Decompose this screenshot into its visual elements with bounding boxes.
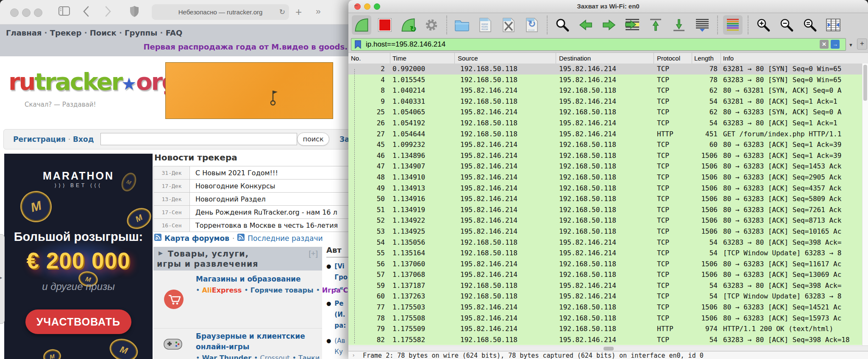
packet-row[interactable]: 60 1.137263 192.168.50.118 195.82.146.21… <box>348 291 868 302</box>
participate-button[interactable]: УЧАСТВОВАТЬ <box>25 309 131 334</box>
news-row[interactable]: 17-Сен День Рождения RuTracker.org - нам… <box>153 206 352 219</box>
resize-columns-icon[interactable] <box>823 15 843 35</box>
zoom-original-icon[interactable] <box>800 15 820 35</box>
stop-capture-icon[interactable] <box>375 15 395 35</box>
zoom-out-icon[interactable] <box>777 15 796 35</box>
site-logo[interactable]: rutracker★org <box>8 70 177 94</box>
column-header-info[interactable]: Info <box>723 55 734 62</box>
news-row[interactable]: 13-Дек Новогодний Раздел <box>153 193 352 206</box>
previous-packet-icon[interactable] <box>576 15 595 35</box>
forum-sublink[interactable]: •Танки <box>292 354 320 359</box>
packet-row[interactable]: 53 1.134925 195.82.146.214 192.168.50.11… <box>348 226 868 237</box>
forum-category-link[interactable]: Магазины и образование <box>196 274 321 284</box>
list-item[interactable]: ● Ре <box>326 298 352 309</box>
save-file-icon[interactable]: 010100110101110 <box>476 15 495 35</box>
close-file-icon[interactable] <box>499 15 518 35</box>
packet-row[interactable]: 45 1.099232 195.82.146.214 192.168.50.11… <box>348 139 868 150</box>
list-item[interactable]: ● (И. <box>326 309 352 320</box>
expand-all-button[interactable]: [+] <box>309 249 318 258</box>
column-header-source[interactable]: Source <box>458 55 478 62</box>
column-header-time[interactable]: Time <box>392 55 406 62</box>
column-header-destination[interactable]: Destination <box>559 55 591 62</box>
add-filter-button[interactable]: + <box>857 39 867 50</box>
reload-file-icon[interactable]: 01110 ↻ <box>522 15 542 35</box>
horizontal-scrollbar[interactable] <box>348 345 868 351</box>
back-icon[interactable] <box>83 6 89 19</box>
news-row[interactable]: 16-Сен Торрентовка в Москве в честь 16-л… <box>153 219 352 232</box>
search-button[interactable]: поиск <box>297 133 329 146</box>
nav-link[interactable]: Поиск <box>81 28 116 37</box>
packet-row[interactable]: 57 1.137068 195.82.146.214 192.168.50.11… <box>348 269 868 280</box>
zoom-window-button[interactable] <box>34 8 42 17</box>
packet-row[interactable]: 25 1.054065 195.82.146.214 192.168.50.11… <box>348 107 868 118</box>
packet-row[interactable]: 82 1.175582 192.168.50.118 195.82.146.21… <box>348 334 868 345</box>
marathon-ad-banner[interactable]: MARATHON ⟩⟩⟩ BET ⟨⟨⟨ M M M Большой розыг… <box>4 154 153 359</box>
restart-capture-icon[interactable]: ↻ <box>398 15 418 35</box>
list-item[interactable]: ● - « <box>326 283 352 294</box>
login-link[interactable]: Вход <box>73 135 94 144</box>
nav-link[interactable]: Трекер <box>42 28 81 37</box>
packet-row[interactable]: 26 1.054192 192.168.50.118 195.82.146.21… <box>348 118 868 129</box>
column-header-no[interactable]: No. <box>351 55 361 62</box>
colorize-icon[interactable] <box>723 15 743 35</box>
latest-releases-link[interactable]: Последние раздачи <box>248 234 323 243</box>
list-item[interactable]: ● Ку <box>326 346 352 357</box>
side-drawer-handle[interactable]: ▸ <box>0 234 5 324</box>
packet-row[interactable]: 59 1.137187 192.168.50.118 195.82.146.21… <box>348 280 868 291</box>
packet-row[interactable]: 8 1.040214 195.82.146.214 192.168.50.118… <box>348 85 868 96</box>
news-row[interactable]: 31-Дек С Новым 2021 Годом!!! <box>153 166 352 180</box>
packet-row[interactable]: 54 1.135056 192.168.50.118 195.82.146.21… <box>348 237 868 248</box>
news-row[interactable]: 17-Дек Новогодние Конкурсы <box>153 180 352 193</box>
forum-sublink[interactable]: •War Thunder <box>196 354 251 359</box>
packet-row[interactable]: 47 1.134907 195.82.146.214 192.168.50.11… <box>348 161 868 172</box>
packet-row[interactable]: 77 1.175503 195.82.146.214 192.168.50.11… <box>348 302 868 313</box>
collapse-arrow-icon[interactable]: ▶ <box>159 250 163 256</box>
capture-options-icon[interactable] <box>422 15 441 35</box>
packet-row[interactable]: 55 1.135164 192.168.50.118 195.82.146.21… <box>348 248 868 259</box>
forum-sublink[interactable]: •Горячие товары <box>244 286 313 294</box>
packet-row[interactable]: 27 1.054644 192.168.50.118 195.82.146.21… <box>348 129 868 140</box>
minimize-window-button[interactable] <box>22 8 31 17</box>
list-item[interactable]: ● [Vi <box>326 261 352 272</box>
list-item[interactable]: ● Rel <box>326 357 352 359</box>
new-tab-icon[interactable]: + <box>295 6 302 19</box>
expander-chevron-icon[interactable]: › <box>353 352 354 358</box>
shield-icon[interactable] <box>130 6 139 19</box>
forum-category-link[interactable]: Браузерные и клиентские онлайн-игры <box>196 331 321 352</box>
column-header-protocol[interactable]: Protocol <box>657 55 680 62</box>
column-header-length[interactable]: Length <box>694 55 719 62</box>
auto-scroll-icon[interactable] <box>693 15 712 35</box>
start-capture-icon[interactable] <box>352 15 371 35</box>
forum-sublink[interactable]: •Crossout <box>254 354 290 359</box>
reload-icon[interactable]: ↻ <box>279 8 285 17</box>
packet-row[interactable]: 51 1.134919 195.82.146.214 192.168.50.11… <box>348 204 868 215</box>
forum-map-link[interactable]: Карта форумов <box>164 234 229 243</box>
list-item[interactable]: ● Гро <box>326 272 352 283</box>
packet-row[interactable]: 79 1.175509 195.82.146.214 192.168.50.11… <box>348 323 868 334</box>
vertical-scrollbar[interactable] <box>862 64 868 345</box>
packet-row[interactable]: 49 1.134913 195.82.146.214 192.168.50.11… <box>348 183 868 194</box>
go-to-packet-icon[interactable] <box>623 15 642 35</box>
bookmark-icon[interactable] <box>355 40 361 50</box>
tab-overview-icon[interactable]: » <box>316 6 319 16</box>
forum-sublink[interactable]: •AliExpress <box>196 286 242 294</box>
forum-section-header[interactable]: ▶ Товары, услуги, игры и развлечения [+] <box>153 247 322 271</box>
packet-row[interactable]: 48 1.134910 195.82.146.214 192.168.50.11… <box>348 172 868 183</box>
list-item[interactable]: ● ра: <box>326 320 352 331</box>
scrollbar-thumb[interactable] <box>863 65 867 101</box>
search-input[interactable] <box>100 133 297 145</box>
forward-icon[interactable] <box>105 6 111 19</box>
clear-filter-icon[interactable]: ✕ <box>820 40 829 49</box>
last-packet-icon[interactable] <box>669 15 689 35</box>
find-packet-icon[interactable] <box>553 15 572 35</box>
first-packet-icon[interactable] <box>646 15 665 35</box>
orange-ad-banner[interactable] <box>165 62 333 119</box>
apply-filter-icon[interactable]: → <box>831 40 840 49</box>
nav-link[interactable]: Группы <box>117 28 158 37</box>
scrollbar-thumb[interactable] <box>604 347 614 351</box>
display-filter-input[interactable]: ip.host==195.82.146.214 ✕ → <box>351 38 846 51</box>
open-file-icon[interactable] <box>452 15 472 35</box>
packet-row[interactable]: 78 1.175508 195.82.146.214 192.168.50.11… <box>348 313 868 324</box>
list-item[interactable]: ● (Ав <box>326 335 352 346</box>
packet-row[interactable]: 9 1.040331 192.168.50.118 195.82.146.214… <box>348 96 868 107</box>
